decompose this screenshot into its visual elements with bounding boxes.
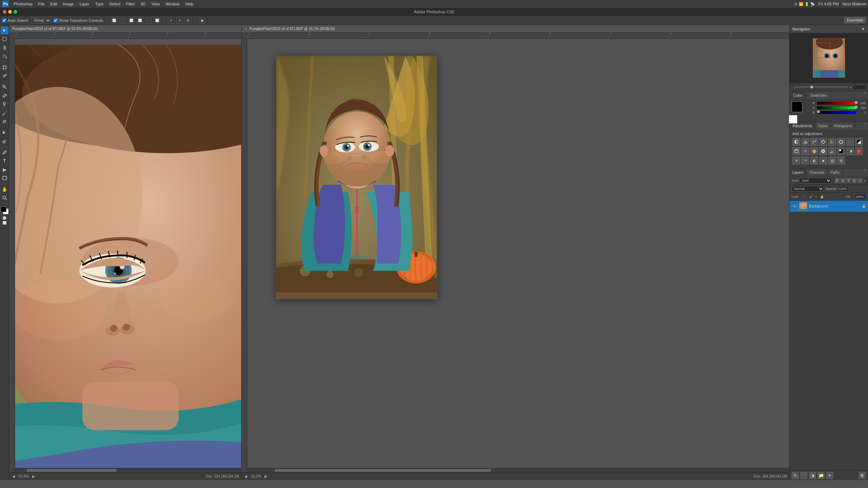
posterize-btn[interactable] [828, 147, 836, 155]
menu-image[interactable]: Image [60, 0, 77, 8]
move-tool[interactable] [1, 27, 9, 34]
new-group-btn[interactable]: 📁 [817, 472, 825, 479]
lock-image-icon[interactable]: 🖌 [809, 195, 812, 198]
quick-select-tool[interactable] [1, 52, 9, 60]
green-slider[interactable] [817, 106, 856, 109]
blue-slider[interactable] [817, 111, 856, 114]
zoom-slider-thumb[interactable] [810, 86, 813, 88]
show-transform-checkbox[interactable] [53, 18, 58, 23]
pattern-fill-btn[interactable]: ⊞ [837, 157, 845, 164]
bw-btn[interactable] [855, 138, 863, 146]
layers-filter-toggle[interactable]: ● [864, 179, 866, 182]
layers-filter-type-select[interactable]: Kind Name Effect Mode Attribute Color [800, 178, 832, 183]
quick-mask-btn[interactable]: ⬤ [3, 216, 6, 220]
blend-mode-select[interactable]: Normal Dissolve Multiply Screen Overlay [792, 186, 824, 192]
zoom-out-btn-left[interactable]: ◀ [11, 474, 16, 478]
layer-visibility-icon[interactable]: 👁 [792, 204, 797, 209]
fg-bg-color-switcher[interactable] [1, 206, 9, 214]
menu-type[interactable]: Type [92, 0, 106, 8]
zoom-in-btn-right[interactable]: ▶ [264, 474, 268, 478]
curves-btn[interactable] [810, 138, 818, 146]
filter-type-icon[interactable]: T [846, 178, 851, 183]
distribute-spacing-btn[interactable]: ⊞ [185, 17, 191, 24]
maximize-button[interactable] [14, 10, 17, 14]
menu-help[interactable]: Help [182, 0, 196, 8]
gradient-fill-btn[interactable]: ▥ [828, 157, 836, 164]
essentials-button[interactable]: Essentials [844, 17, 866, 23]
invert-btn[interactable] [819, 147, 827, 155]
brightness-contrast-btn[interactable] [792, 138, 800, 146]
zoom-slider[interactable] [794, 86, 848, 88]
tab-histograms[interactable]: Histograms [831, 122, 855, 130]
doc-left-tab[interactable]: PumpkinPatch2015 (4 of 87).NEF @ 53.5% (… [9, 25, 241, 33]
green-slider-thumb[interactable] [855, 106, 858, 109]
hsl-legacy-btn[interactable]: ◐ [810, 157, 818, 164]
hscrollbar-thumb-left[interactable] [27, 469, 117, 472]
hscrollbar-left[interactable] [15, 468, 241, 472]
opacity-input[interactable] [838, 186, 849, 192]
add-fx-btn[interactable]: fx [792, 472, 799, 479]
align-top-btn[interactable]: ⬜ [137, 17, 143, 24]
tab-paths[interactable]: Paths [828, 168, 843, 176]
exposure-btn[interactable] [819, 138, 827, 146]
delete-layer-btn[interactable]: 🗑 [859, 472, 866, 479]
auto-select-checkbox[interactable] [2, 18, 6, 23]
zoom-out-btn-right[interactable]: ◀ [244, 474, 248, 478]
filter-adjustment-icon[interactable]: A [840, 178, 845, 183]
auto-select-type-select[interactable]: Group Layer [31, 17, 51, 24]
foreground-swatch[interactable] [792, 101, 802, 112]
clone-stamp-tool[interactable] [1, 100, 9, 108]
channel-mixer-btn[interactable] [801, 147, 809, 155]
close-button[interactable] [3, 10, 6, 14]
filter-smart-icon[interactable]: ☆ [858, 178, 863, 183]
minimize-button[interactable] [8, 10, 12, 14]
eraser-tool[interactable] [1, 118, 9, 125]
layer-background[interactable]: 👁 [790, 201, 868, 212]
levels-btn[interactable] [801, 138, 809, 146]
shape-tool[interactable] [1, 174, 9, 182]
align-center-btn[interactable]: ⬛ [119, 17, 126, 24]
menu-filter[interactable]: Filter [123, 0, 138, 8]
selective-color-btn[interactable]: 🔴 [855, 147, 863, 155]
lock-position-icon[interactable]: + [815, 195, 817, 198]
gradient-tool[interactable] [1, 129, 9, 137]
new-layer-btn[interactable]: + [826, 472, 833, 479]
layers-panel-menu[interactable]: ≡ [864, 168, 866, 176]
menu-window[interactable]: Window [163, 0, 182, 8]
eyedropper-tool[interactable] [1, 72, 9, 80]
tab-layers[interactable]: Layers [790, 168, 806, 176]
adj-panel-menu[interactable]: ≡ [864, 122, 866, 130]
brightness-legacy-btn[interactable]: ☀ [792, 157, 800, 164]
hscrollbar-right[interactable] [247, 468, 789, 472]
hand-tool[interactable]: ✋ [1, 185, 9, 193]
photo-filter-btn[interactable] [792, 147, 800, 155]
blue-slider-thumb[interactable] [817, 110, 820, 113]
align-right-btn[interactable]: ⬜ [128, 17, 134, 24]
doc-right-close[interactable]: ✕ [244, 27, 247, 31]
filter-shape-icon[interactable]: S [852, 178, 857, 183]
filter-pixel-icon[interactable]: P [835, 178, 840, 183]
dodge-tool[interactable] [1, 137, 9, 145]
align-bottom-btn[interactable]: ⬜ [154, 17, 160, 24]
red-slider-thumb[interactable] [855, 101, 858, 104]
align-left-btn[interactable]: ⬜ [111, 17, 117, 24]
menu-3d[interactable]: 3D [138, 0, 148, 8]
color-lookup-btn[interactable]: 🎨 [810, 147, 818, 155]
more-options-btn[interactable]: ▣ [199, 17, 205, 24]
brush-tool[interactable] [1, 92, 9, 100]
new-adj-layer-btn[interactable]: ◑ [809, 472, 816, 479]
zoom-in-btn-left[interactable]: ▶ [32, 474, 36, 478]
distribute-h-btn[interactable]: ≡ [168, 17, 174, 24]
menu-select[interactable]: Select [106, 0, 123, 8]
color-tab-swatches[interactable]: Swatches [806, 91, 831, 99]
menu-edit[interactable]: Edit [47, 0, 60, 8]
navigator-header[interactable]: Navigator ▼ [790, 25, 868, 33]
lock-transparent-icon[interactable]: ⬛ [802, 195, 806, 198]
background-swatch[interactable] [789, 115, 797, 124]
doc-right-tab[interactable]: ✕ PumpkinPatch2015 (4 of 87).NEF @ 16.2%… [242, 25, 789, 33]
hsl-btn[interactable] [837, 138, 845, 146]
menu-layer[interactable]: Layer [77, 0, 92, 8]
screen-mode-btn[interactable]: ⬜ [3, 221, 6, 225]
type-tool[interactable]: T [1, 157, 9, 165]
tab-styles[interactable]: Styles [815, 122, 831, 130]
